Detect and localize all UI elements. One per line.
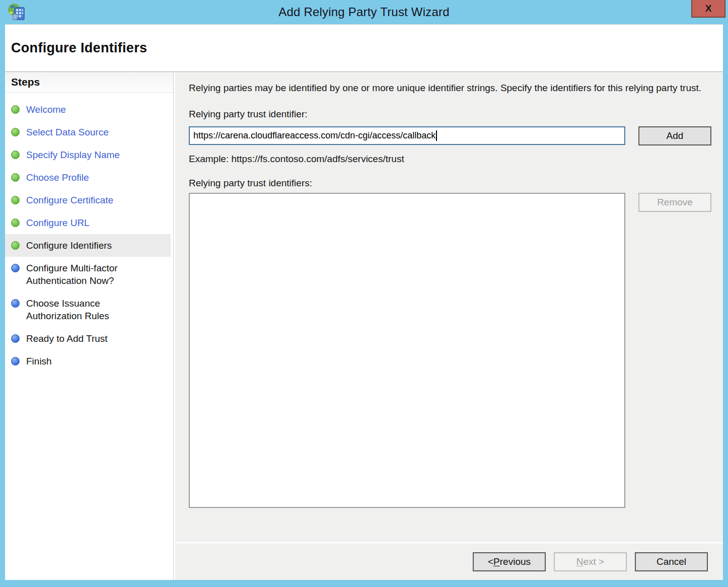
identifier-input-row: https://carena.cloudflareaccess.com/cdn-…	[189, 126, 711, 145]
step-status-icon	[11, 218, 20, 227]
sidebar-step: Choose Issuance Authorization Rules	[5, 292, 173, 327]
steps-list: WelcomeSelect Data SourceSpecify Display…	[5, 93, 173, 373]
adfs-icon	[7, 2, 27, 22]
steps-heading: Steps	[5, 72, 173, 93]
step-status-icon	[11, 196, 20, 204]
remove-button[interactable]: Remove	[638, 193, 711, 212]
step-status-icon	[11, 264, 20, 272]
sidebar-step[interactable]: Specify Display Name	[5, 143, 173, 166]
sidebar-step[interactable]: Welcome	[5, 98, 173, 121]
previous-button-rest: revious	[500, 556, 531, 567]
add-button[interactable]: Add	[638, 126, 711, 145]
step-label: Configure Certificate	[26, 194, 113, 206]
window-title: Add Relying Party Trust Wizard	[0, 5, 728, 19]
window-frame: Configure Identifiers Steps WelcomeSelec…	[5, 24, 723, 580]
content-area: Relying parties may be identified by one…	[175, 72, 723, 542]
previous-button-text: <	[488, 556, 493, 567]
step-label: Configure Identifiers	[26, 239, 112, 252]
next-button-rest: ext >	[584, 556, 605, 567]
identifiers-listbox[interactable]	[189, 193, 625, 508]
step-status-icon	[11, 173, 20, 182]
sidebar-step[interactable]: Choose Profile	[5, 166, 173, 189]
text-caret	[436, 130, 437, 141]
step-status-icon	[11, 357, 20, 365]
step-status-icon	[11, 241, 20, 250]
step-label: Welcome	[26, 103, 66, 116]
step-label: Ready to Add Trust	[26, 332, 108, 345]
step-label: Choose Issuance Authorization Rules	[26, 297, 153, 322]
step-label: Select Data Source	[26, 126, 109, 138]
step-status-icon	[11, 334, 20, 343]
step-status-icon	[11, 151, 20, 159]
previous-accesskey: P	[493, 556, 500, 567]
page-header: Configure Identifiers	[5, 25, 723, 71]
sidebar-step: Ready to Add Trust	[5, 327, 173, 350]
sidebar-step: Configure Identifiers	[5, 234, 171, 257]
wizard-body: Steps WelcomeSelect Data SourceSpecify D…	[5, 71, 723, 580]
step-status-icon	[11, 128, 20, 136]
sidebar-step: Configure Multi-factor Authentication No…	[5, 257, 173, 292]
step-label: Finish	[26, 355, 52, 368]
identifier-field-label: Relying party trust identifier:	[189, 109, 711, 120]
page-title: Configure Identifiers	[11, 40, 147, 56]
cancel-button[interactable]: Cancel	[635, 552, 708, 571]
steps-sidebar: Steps WelcomeSelect Data SourceSpecify D…	[5, 72, 174, 580]
identifier-input[interactable]: https://carena.cloudflareaccess.com/cdn-…	[189, 126, 625, 145]
step-label: Specify Display Name	[26, 149, 120, 161]
wizard-window: Add Relying Party Trust Wizard X Configu…	[0, 0, 728, 587]
sidebar-step: Finish	[5, 350, 173, 373]
close-icon[interactable]: X	[691, 0, 725, 18]
identifiers-list-row: Remove	[189, 193, 711, 508]
previous-button[interactable]: < Previous	[473, 552, 546, 571]
intro-text: Relying parties may be identified by one…	[189, 81, 703, 95]
step-label: Configure Multi-factor Authentication No…	[26, 262, 153, 287]
sidebar-step[interactable]: Configure Certificate	[5, 189, 173, 211]
sidebar-step[interactable]: Configure URL	[5, 211, 173, 234]
identifiers-list-label: Relying party trust identifiers:	[189, 178, 711, 189]
sidebar-step[interactable]: Select Data Source	[5, 121, 173, 143]
step-label: Choose Profile	[26, 171, 89, 184]
main-panel: Relying parties may be identified by one…	[175, 72, 723, 580]
step-status-icon	[11, 105, 20, 114]
step-label: Configure URL	[26, 216, 90, 229]
step-status-icon	[11, 299, 20, 308]
identifier-input-value: https://carena.cloudflareaccess.com/cdn-…	[193, 130, 435, 141]
next-button[interactable]: Next >	[554, 552, 627, 571]
titlebar: Add Relying Party Trust Wizard X	[0, 0, 728, 24]
example-text: Example: https://fs.contoso.com/adfs/ser…	[189, 154, 711, 165]
next-accesskey: N	[576, 556, 584, 567]
wizard-footer: < Previous Next > Cancel	[175, 542, 723, 580]
